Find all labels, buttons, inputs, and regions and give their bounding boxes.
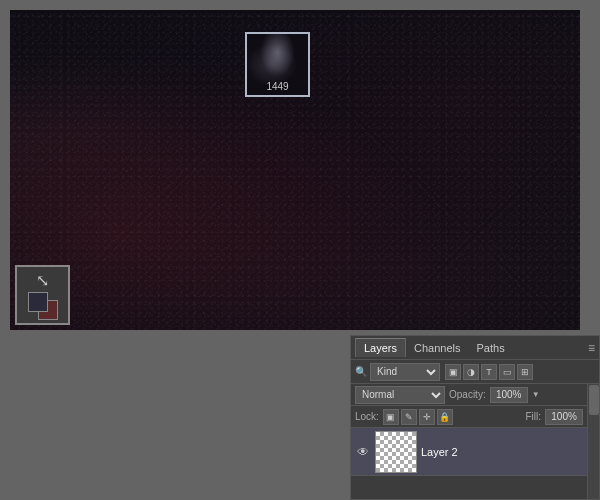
type-filter-btn[interactable]: T (481, 364, 497, 380)
lock-position-btn[interactable]: ✛ (419, 409, 435, 425)
opacity-arrow-icon[interactable]: ▼ (532, 390, 540, 399)
foreground-color-swatch[interactable] (28, 292, 48, 312)
layer-name: Layer 2 (421, 446, 595, 458)
lock-pixels-btn[interactable]: ▣ (383, 409, 399, 425)
smart-filter-btn[interactable]: ⊞ (517, 364, 533, 380)
lock-icons: ▣ ✎ ✛ 🔒 (383, 409, 453, 425)
kind-select[interactable]: Kind (370, 363, 440, 381)
blend-opacity-row: Normal Opacity: ▼ (351, 384, 599, 406)
layer-row[interactable]: 👁 Layer 2 (351, 428, 599, 476)
opacity-input[interactable] (490, 387, 528, 403)
thumbnail-label: 1449 (266, 81, 288, 92)
tab-channels[interactable]: Channels (406, 339, 468, 357)
thumbnail-popup: 1449 (245, 32, 310, 97)
scrollbar[interactable] (587, 384, 599, 499)
move-arrows-icon: ⤡ (36, 271, 49, 290)
filter-icons: ▣ ◑ T ▭ ⊞ (445, 364, 533, 380)
canvas-area: 1449 (10, 10, 580, 330)
layer-visibility-toggle[interactable]: 👁 (355, 444, 371, 460)
color-swatches[interactable] (28, 292, 58, 320)
panel-tabs-row: Layers Channels Paths ≡ (351, 336, 599, 360)
panel-menu-icon[interactable]: ≡ (588, 341, 595, 355)
move-tool-icon: ⤡ (36, 271, 49, 290)
filter-row: 🔍 Kind ▣ ◑ T ▭ ⊞ (351, 360, 599, 384)
tab-layers[interactable]: Layers (355, 338, 406, 357)
fill-label: Fill: (526, 411, 542, 422)
lock-image-btn[interactable]: ✎ (401, 409, 417, 425)
tool-icons-container: ⤡ (28, 271, 58, 320)
tool-area: ⤡ (15, 265, 70, 325)
opacity-label: Opacity: (449, 389, 486, 400)
adjust-filter-btn[interactable]: ◑ (463, 364, 479, 380)
fill-input[interactable] (545, 409, 583, 425)
tab-paths[interactable]: Paths (469, 339, 513, 357)
shape-filter-btn[interactable]: ▭ (499, 364, 515, 380)
lock-fill-row: Lock: ▣ ✎ ✛ 🔒 Fill: ▼ (351, 406, 599, 428)
search-icon: 🔍 (355, 366, 367, 377)
layer-thumbnail (375, 431, 417, 473)
lock-all-btn[interactable]: 🔒 (437, 409, 453, 425)
pixel-filter-btn[interactable]: ▣ (445, 364, 461, 380)
layers-panel: Layers Channels Paths ≡ 🔍 Kind ▣ ◑ T ▭ ⊞… (350, 335, 600, 500)
lock-label: Lock: (355, 411, 379, 422)
scroll-thumb[interactable] (589, 385, 599, 415)
blend-mode-select[interactable]: Normal (355, 386, 445, 404)
